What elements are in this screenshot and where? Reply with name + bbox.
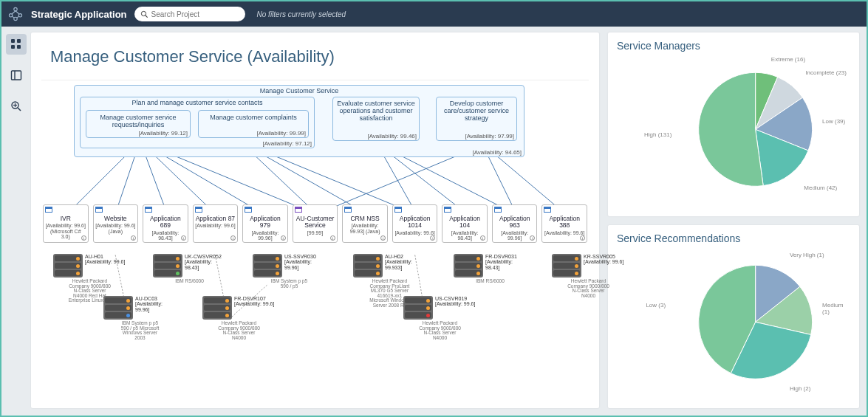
app-meta: [Availability: 99.6]	[195, 223, 236, 228]
apps-row: IVR[Availability: 99.6] (Microsoft C# 3.…	[43, 204, 587, 243]
app-card-3[interactable]: Application 87[Availability: 99.6]i	[193, 204, 239, 243]
hierarchy-evaluate[interactable]: Evaluate customer service operations and…	[332, 97, 420, 141]
app-title: AU-Customer Service	[295, 216, 336, 230]
pie-label: High (131)	[644, 131, 671, 138]
pie-chart-recommendations[interactable]: Very High (1)Medium (1)High (2)Low (3)	[617, 249, 850, 403]
chart-service-recommendations: Service Recommendations Very High (1)Med…	[608, 225, 859, 409]
info-icon[interactable]: i	[81, 235, 86, 241]
window-icon	[544, 207, 551, 213]
window-icon	[394, 207, 402, 213]
svg-rect-8	[11, 45, 15, 49]
page-title: Manage Customer Service (Availability)	[31, 32, 599, 80]
search-wrapper[interactable]	[134, 7, 245, 21]
pie-label: Medium (42)	[804, 185, 837, 191]
app-meta: [99.99]	[295, 230, 336, 235]
app-card-1[interactable]: Website[Availability: 99.6] (Java)i	[93, 204, 139, 243]
diagram-canvas[interactable]: Manage Customer Service [Availability: 9…	[41, 80, 589, 398]
server-label: US-CSVR019[Availability: 99.6]	[435, 296, 476, 307]
server-card[interactable]	[53, 254, 83, 278]
app-card-7[interactable]: Application 1014[Availability: 99.6]i	[392, 204, 438, 243]
app-card-4[interactable]: Application 979[Availability: 99.96]i	[242, 204, 288, 243]
zoom-in-icon	[10, 100, 22, 112]
app-title: IVR	[45, 216, 86, 222]
app-title: Application 104	[444, 216, 485, 230]
server-label: AU-H02[Availability: 99.933]	[385, 254, 426, 270]
info-icon[interactable]: i	[230, 235, 236, 241]
app-card-9[interactable]: Application 963[Availability: 99.96]i	[492, 204, 538, 243]
info-icon[interactable]: i	[181, 235, 186, 241]
server-card[interactable]	[552, 254, 581, 278]
window-icon	[95, 207, 103, 213]
svg-rect-7	[17, 39, 21, 43]
server-card[interactable]	[353, 254, 383, 278]
app-card-5[interactable]: AU-Customer Service[99.99]i	[293, 204, 338, 243]
app-card-0[interactable]: IVR[Availability: 99.6] (Microsoft C# 3.…	[43, 204, 89, 243]
panel-icon	[10, 69, 22, 81]
window-icon	[195, 207, 202, 213]
pie-label: Low (3)	[646, 302, 666, 309]
app-meta: [Availability: 98.43]	[444, 230, 485, 241]
info-icon[interactable]: i	[330, 235, 335, 241]
server-meta: Hewlett Packard Company 9000/800 N-Class…	[217, 321, 262, 340]
app-card-8[interactable]: Application 104[Availability: 98.43]i	[442, 204, 488, 243]
app-name: Strategic Application	[31, 9, 127, 20]
server-meta: IBM System p p5 590 / p5	[267, 279, 312, 289]
server-col-8: KR-SSVR005[Availability: 99.6]Hewlett Pa…	[552, 254, 625, 298]
info-icon[interactable]: i	[131, 235, 136, 241]
window-icon	[245, 207, 252, 213]
server-card[interactable]	[253, 254, 282, 278]
search-input[interactable]	[151, 10, 233, 18]
info-icon[interactable]: i	[430, 235, 435, 241]
window-icon	[295, 207, 302, 213]
server-card[interactable]	[403, 296, 433, 320]
sidebar-item-zoom[interactable]	[6, 96, 27, 117]
server-label: FR-DSVR031[Availability: 98.43]	[485, 254, 527, 270]
window-icon	[45, 207, 52, 213]
app-meta: [Availability: 99.6]	[394, 230, 436, 235]
logo-icon	[7, 6, 24, 22]
server-card[interactable]	[202, 296, 232, 320]
svg-point-0	[14, 7, 17, 10]
app-title: Application 963	[494, 216, 536, 230]
server-meta: Hewlett Packard Company 9000/800 N-Class…	[567, 279, 611, 298]
info-icon[interactable]: i	[380, 235, 386, 241]
hierarchy-complaints[interactable]: Manage customer complaints [Availability…	[198, 110, 309, 138]
pie-label: Medium (1)	[822, 302, 850, 315]
app-title: Application 689	[145, 216, 186, 230]
app-meta: [Availability: 99.93] (Java)	[344, 223, 386, 234]
server-meta: IBM RS/6000	[168, 279, 212, 284]
info-icon[interactable]: i	[480, 235, 485, 241]
app-meta: [Availability: 99.6] (Microsoft C# 3.0)	[45, 223, 86, 239]
server-meta: IBM System p p5 590 / p5 Microsoft Windo…	[118, 321, 163, 340]
app-meta: [Availability: 99.96]	[494, 230, 536, 241]
sidebar-item-layout[interactable]	[6, 65, 27, 86]
svg-rect-10	[12, 71, 21, 80]
svg-point-1	[9, 14, 12, 17]
server-col-3: FR-DSVR107[Availability: 99.6]Hewlett Pa…	[202, 296, 276, 340]
app-meta: [Availability: 99.6]	[544, 230, 585, 235]
info-icon[interactable]: i	[580, 235, 585, 241]
server-label: US-SSVR030[Availability: 99.96]	[284, 254, 326, 270]
hierarchy-develop[interactable]: Develop customer care/customer service s…	[436, 97, 517, 141]
server-col-6: US-CSVR019[Availability: 99.6]Hewlett Pa…	[403, 296, 476, 340]
app-title: Application 388	[544, 216, 585, 230]
sidebar-item-dashboard[interactable]	[6, 34, 27, 55]
server-label: FR-DSVR107[Availability: 99.6]	[234, 296, 276, 307]
pie-label: Low (39)	[822, 118, 845, 125]
window-icon	[344, 207, 352, 213]
window-icon	[145, 207, 152, 213]
app-title: CRM NSS	[344, 216, 386, 222]
app-card-6[interactable]: CRM NSS[Availability: 99.93] (Java)i	[342, 204, 388, 243]
pie-chart-managers[interactable]: Extreme (16)Incomplete (23)Low (39)Mediu…	[617, 56, 850, 210]
app-card-2[interactable]: Application 689[Availability: 98.43]i	[143, 204, 188, 243]
server-card[interactable]	[454, 254, 483, 278]
window-icon	[444, 207, 451, 213]
hierarchy-requests[interactable]: Manage customer service requests/inquiri…	[86, 110, 191, 138]
svg-point-3	[14, 17, 17, 20]
info-icon[interactable]: i	[281, 235, 286, 241]
app-meta: [Availability: 99.6] (Java)	[95, 223, 137, 234]
server-card[interactable]	[103, 296, 133, 320]
server-card[interactable]	[153, 254, 182, 278]
svg-point-4	[141, 11, 146, 15]
app-card-10[interactable]: Application 388[Availability: 99.6]i	[541, 204, 587, 243]
